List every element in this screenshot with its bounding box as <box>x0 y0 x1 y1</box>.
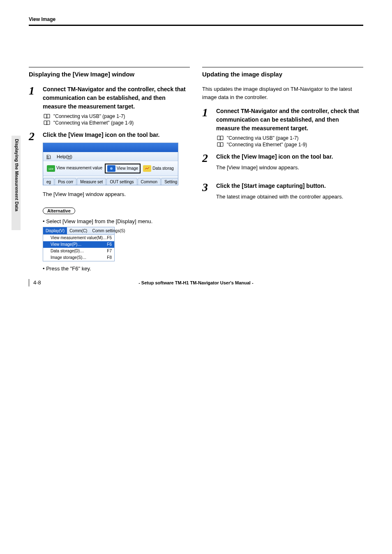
ref-text: "Connecting via Ethernet" (page 1-9) <box>53 120 134 126</box>
left-step-1: 1 Connect TM-Navigator and the controlle… <box>29 85 190 127</box>
tab-strip: eg Pos corr Measure set OUT settings Com… <box>43 176 178 185</box>
tab-eg[interactable]: eg <box>43 178 54 185</box>
right-column: Updating the image display This updates … <box>202 67 363 277</box>
tab-setting-list[interactable]: Setting list <box>161 178 178 185</box>
right-step-3: 3 Click the [Start image capturing] butt… <box>202 182 363 207</box>
menu-comm-settings[interactable]: Comm settings(S) <box>90 227 127 234</box>
tab-common[interactable]: Common <box>138 178 161 185</box>
step-number: 2 <box>29 131 39 142</box>
page-number: 4-8 <box>33 279 41 286</box>
ref-text: "Connecting via Ethernet" (page 1-9) <box>227 142 307 148</box>
right-step-2: 2 Click the [View Image] icon on the too… <box>202 152 363 178</box>
view-image-icon <box>107 165 115 172</box>
toolbar-strip: 12345 View measurement value View Image … <box>43 161 178 176</box>
toolbar-screenshot: E) Help(H) 12345 View measurement value <box>43 143 178 185</box>
view-image-button[interactable]: View Image <box>105 164 141 173</box>
measurement-icon: 12345 <box>47 165 55 172</box>
step-title: Connect TM-Navigator and the controller,… <box>216 107 363 133</box>
book-icon <box>44 120 50 125</box>
ref-text: "Connecting via USB" (page 1-7) <box>227 135 299 141</box>
view-measurement-value-button[interactable]: 12345 View measurement value <box>45 164 104 173</box>
menu-item-image-storage[interactable]: Image storage(S)…F8 <box>43 254 114 261</box>
step-title: Click the [Start image capturing] button… <box>216 182 363 190</box>
right-heading: Updating the image display <box>202 71 363 78</box>
intro-text: This updates the image displayed on TM-N… <box>202 85 363 101</box>
svg-point-1 <box>110 167 113 170</box>
tab-pos-corr[interactable]: Pos corr <box>55 178 76 185</box>
menu-list: View measurement value(M)…F5 View Image(… <box>43 235 114 261</box>
ref-link-usb: "Connecting via USB" (page 1-7) <box>44 113 190 119</box>
step-number: 1 <box>29 85 39 97</box>
menu-display[interactable]: Display(V) <box>43 227 67 234</box>
display-menu-screenshot: Display(V) Comm(C) Comm settings(S) View… <box>43 227 115 261</box>
window-titlebar <box>43 143 178 152</box>
step-number: 1 <box>202 107 212 118</box>
left-column: Displaying the [View Image] window 1 Con… <box>29 67 190 277</box>
step-title: Click the [View Image] icon on the tool … <box>216 152 363 161</box>
ref-text: "Connecting via USB" (page 1-7) <box>53 113 125 119</box>
svg-text:12345: 12345 <box>48 168 53 170</box>
section-rule <box>29 67 190 67</box>
step-title: Click the [View Image] icon on the tool … <box>43 131 190 139</box>
header-title: View Image <box>29 16 363 25</box>
data-storage-button[interactable]: Data storag <box>141 164 175 173</box>
ref-link-ethernet: "Connecting via Ethernet" (page 1-9) <box>217 142 363 148</box>
left-heading: Displaying the [View Image] window <box>29 71 190 78</box>
header-rule <box>29 25 363 26</box>
step-number: 3 <box>202 182 212 193</box>
side-tab: Displaying the Measurement Data <box>12 136 21 230</box>
section-rule <box>202 67 363 67</box>
step-number: 2 <box>202 152 212 164</box>
menu-top: Display(V) Comm(C) Comm settings(S) <box>43 227 114 235</box>
step-desc: The [View Image] window appears. <box>216 164 363 172</box>
left-step-2: 2 Click the [View Image] icon on the too… <box>29 131 190 273</box>
footer-title: - Setup software TM-H1 TM-Navigator User… <box>138 280 254 285</box>
book-icon <box>217 142 224 147</box>
step-desc: The latest image obtained with the contr… <box>216 193 363 201</box>
menu-item-view-measurement[interactable]: View measurement value(M)…F5 <box>43 235 114 241</box>
menu-item-view-image[interactable]: View Image(P)…F6 <box>43 241 114 248</box>
tab-measure-set[interactable]: Measure set <box>77 178 106 185</box>
menu-comm[interactable]: Comm(C) <box>67 227 90 234</box>
alternative-label: Alternative <box>43 208 75 214</box>
menubar: E) Help(H) <box>43 152 178 161</box>
step-result-text: The [View Image] window appears. <box>43 190 190 199</box>
ref-link-usb: "Connecting via USB" (page 1-7) <box>217 135 363 141</box>
tab-out-settings[interactable]: OUT settings <box>106 178 137 185</box>
step-title: Connect TM-Navigator and the controller,… <box>43 85 190 111</box>
ref-link-ethernet: "Connecting via Ethernet" (page 1-9) <box>44 120 190 126</box>
alternative-item: • Press the "F6" key. <box>43 265 190 272</box>
menu-help[interactable]: Help(H) <box>57 154 72 159</box>
menu-e[interactable]: E) <box>46 154 51 159</box>
book-icon <box>44 114 50 119</box>
footer: 4-8 - Setup software TM-H1 TM-Navigator … <box>29 279 363 286</box>
book-icon <box>217 136 224 141</box>
footer-separator <box>29 279 29 286</box>
data-storage-icon <box>143 165 151 172</box>
alternative-item: • Select [View Image] from the [Display]… <box>43 218 190 224</box>
right-step-1: 1 Connect TM-Navigator and the controlle… <box>202 107 363 148</box>
menu-item-data-storage[interactable]: Data storage(D)…F7 <box>43 248 114 254</box>
